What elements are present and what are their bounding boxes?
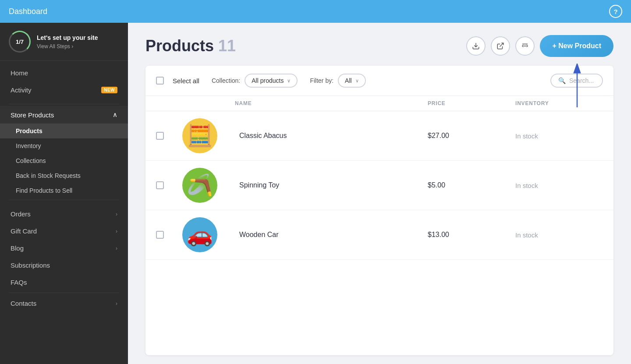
sidebar-item-back-in-stock[interactable]: Back in Stock Requests (0, 168, 128, 183)
table-row: 🚗 Wooden Car $13.00 In stock (145, 210, 613, 260)
sidebar-item-subscriptions[interactable]: Subscriptions (0, 257, 128, 274)
row-checkbox-3[interactable] (156, 231, 164, 239)
sidebar-item-faqs[interactable]: FAQs (0, 274, 128, 291)
product-image-2: 🪃 (182, 168, 217, 203)
inventory-label: Inventory (16, 142, 41, 149)
product-price-3: $13.00 (428, 231, 515, 239)
svg-line-1 (500, 43, 503, 46)
select-all-label: Select all (173, 77, 199, 85)
filter-dropdown[interactable]: All ∨ (338, 74, 366, 88)
sidebar-item-find-products[interactable]: Find Products to Sell (0, 183, 128, 198)
sidebar-item-orders[interactable]: Orders › (0, 205, 128, 223)
sidebar-item-collections[interactable]: Collections (0, 153, 128, 168)
collection-chevron: ∨ (287, 78, 291, 84)
progress-circle: 1/7 (9, 31, 31, 53)
contacts-chevron: › (116, 300, 117, 307)
col-name: NAME (235, 100, 428, 106)
product-emoji-1: 🧮 (187, 125, 213, 146)
filter-chevron: ∨ (355, 78, 359, 84)
main-layout: 1/7 Let's set up your site View All Step… (0, 23, 631, 364)
new-product-button[interactable]: + New Product (540, 35, 613, 57)
help-button[interactable]: ? (609, 5, 622, 18)
product-image-1: 🧮 (182, 118, 217, 153)
filter-by-section: Filter by: All ∨ (310, 74, 365, 88)
sidebar-item-inventory[interactable]: Inventory (0, 138, 128, 153)
page-title-container: Products 11 (145, 37, 236, 55)
collection-dropdown[interactable]: All products ∨ (245, 74, 298, 88)
sidebar-item-home[interactable]: Home (0, 64, 128, 81)
sidebar-item-products[interactable]: Products (0, 124, 128, 138)
filter-by-label: Filter by: (310, 77, 333, 84)
product-count: 11 (218, 37, 236, 55)
app-title: Dashboard (9, 7, 47, 16)
sidebar-item-activity[interactable]: Activity NEW (0, 81, 128, 99)
product-price-2: $5.00 (428, 181, 515, 189)
blog-label: Blog (11, 244, 24, 252)
filter-value: All (345, 77, 352, 84)
faqs-label: FAQs (11, 279, 27, 286)
page-title: Products (145, 37, 214, 55)
products-table: Select all Collection: All products ∨ Fi… (145, 66, 613, 355)
store-products-label: Store Products (11, 111, 54, 119)
subscriptions-label: Subscriptions (11, 262, 50, 269)
gift-card-label: Gift Card (11, 227, 37, 235)
collection-label: Collection: (212, 77, 240, 84)
home-label: Home (11, 69, 28, 77)
sidebar: 1/7 Let's set up your site View All Step… (0, 23, 128, 364)
sidebar-item-contacts[interactable]: Contacts › (0, 295, 128, 312)
bottom-nav: Orders › Gift Card › Blog › Subscription… (0, 202, 128, 315)
row-checkbox-2[interactable] (156, 181, 164, 189)
product-image-3: 🚗 (182, 217, 217, 252)
product-inventory-2: In stock (515, 182, 603, 189)
orders-chevron: › (116, 211, 117, 217)
sidebar-item-gift-card[interactable]: Gift Card › (0, 223, 128, 240)
product-emoji-3: 🚗 (187, 224, 213, 245)
product-price-1: $27.00 (428, 132, 515, 140)
page-header: Products 11 (128, 23, 631, 66)
store-products-chevron: ∧ (113, 111, 117, 119)
collection-value: All products (252, 77, 284, 84)
top-nav: Home Activity NEW (0, 61, 128, 102)
table-row: 🪃 Spinning Toy $5.00 In stock (145, 161, 613, 210)
find-products-label: Find Products to Sell (16, 187, 72, 194)
product-emoji-2: 🪃 (187, 175, 213, 196)
nav-divider-2 (9, 200, 119, 200)
view-all-steps-link[interactable]: View All Steps › (37, 43, 98, 49)
table-row: 🧮 Classic Abacus $27.00 In stock (145, 111, 613, 161)
product-name-3: Wooden Car (235, 231, 428, 239)
contacts-label: Contacts (11, 300, 36, 307)
setup-title: Let's set up your site (37, 34, 98, 42)
header-actions: + New Product (466, 35, 613, 57)
collections-label: Collections (16, 157, 46, 164)
product-name-2: Spinning Toy (235, 181, 428, 189)
setup-info: Let's set up your site View All Steps › (37, 34, 98, 49)
orders-label: Orders (11, 210, 31, 218)
collection-filter: Collection: All products ∨ (212, 74, 298, 88)
search-icon: 🔍 (558, 77, 566, 84)
import-button[interactable] (466, 36, 486, 56)
product-inventory-1: In stock (515, 132, 603, 140)
product-list: 🧮 Classic Abacus $27.00 In stock 🪃 Spinn… (145, 111, 613, 260)
search-placeholder: Search... (569, 77, 594, 84)
progress-text: 1/7 (16, 39, 24, 45)
sidebar-item-blog[interactable]: Blog › (0, 240, 128, 257)
column-headers: NAME PRICE INVENTORY (145, 96, 613, 111)
back-in-stock-label: Back in Stock Requests (16, 172, 81, 179)
store-products-header[interactable]: Store Products ∧ (0, 106, 128, 124)
table-toolbar: Select all Collection: All products ∨ Fi… (145, 66, 613, 96)
product-inventory-3: In stock (515, 231, 603, 239)
blog-chevron: › (116, 245, 117, 251)
nav-divider-1 (9, 104, 119, 104)
activity-label: Activity (11, 86, 32, 94)
select-all-checkbox[interactable] (156, 77, 164, 85)
search-box[interactable]: 🔍 Search... (550, 74, 603, 88)
row-checkbox-1[interactable] (156, 132, 164, 140)
nav-divider-3 (9, 293, 119, 293)
col-inventory: INVENTORY (515, 100, 603, 106)
sort-button[interactable] (515, 36, 535, 56)
content-area: Products 11 (128, 23, 631, 364)
gift-card-chevron: › (116, 228, 117, 234)
col-price: PRICE (428, 100, 515, 106)
export-button[interactable] (491, 36, 510, 56)
products-label: Products (16, 127, 43, 134)
